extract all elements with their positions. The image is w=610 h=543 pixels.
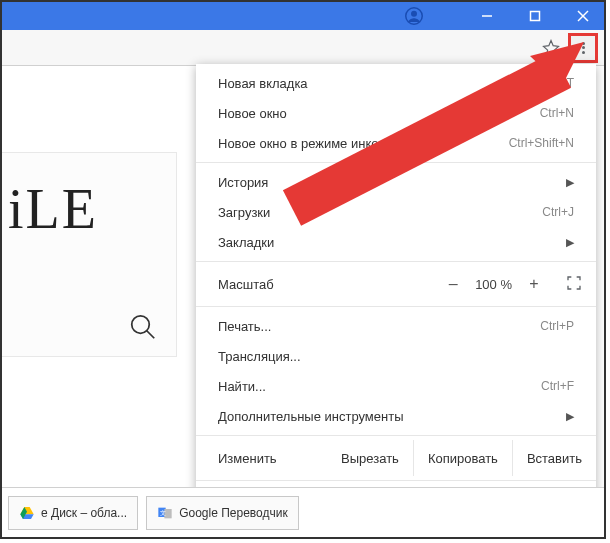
- menu-item[interactable]: Найти...Ctrl+F: [196, 371, 596, 401]
- more-menu-button[interactable]: [568, 33, 598, 63]
- chevron-right-icon: ▶: [566, 236, 574, 249]
- taskbar-item-label: е Диск – обла...: [41, 506, 127, 520]
- menu-item-label: Печать...: [218, 319, 540, 334]
- bookmark-star-icon[interactable]: [542, 39, 560, 57]
- drive-icon: [19, 505, 35, 521]
- menu-item-label: Найти...: [218, 379, 541, 394]
- chevron-right-icon: ▶: [566, 176, 574, 189]
- menu-item[interactable]: Закладки▶: [196, 227, 596, 257]
- maximize-button[interactable]: [520, 2, 550, 30]
- fullscreen-icon[interactable]: [566, 275, 582, 294]
- browser-toolbar: [2, 30, 604, 66]
- menu-edit-row: Изменить Вырезать Копировать Вставить: [196, 440, 596, 476]
- zoom-in-button[interactable]: +: [526, 275, 542, 293]
- zoom-value: 100 %: [475, 277, 512, 292]
- taskbar-item-label: Google Переводчик: [179, 506, 288, 520]
- menu-item-zoom: Масштаб – 100 % +: [196, 266, 596, 302]
- menu-item[interactable]: Новое окно в режиме инкогнитоCtrl+Shift+…: [196, 128, 596, 158]
- menu-separator: [196, 480, 596, 481]
- close-button[interactable]: [568, 2, 598, 30]
- menu-item-shortcut: Ctrl+P: [540, 319, 574, 333]
- menu-item[interactable]: Дополнительные инструменты▶: [196, 401, 596, 431]
- paste-button[interactable]: Вставить: [512, 440, 596, 476]
- taskbar: е Диск – обла... 文 Google Переводчик: [2, 487, 604, 537]
- menu-item[interactable]: Новая вкладкаCtrl+T: [196, 68, 596, 98]
- menu-item-shortcut: Ctrl+N: [540, 106, 574, 120]
- menu-separator: [196, 261, 596, 262]
- menu-item-label: Новая вкладка: [218, 76, 541, 91]
- minimize-button[interactable]: [472, 2, 502, 30]
- menu-item[interactable]: История▶: [196, 167, 596, 197]
- svg-point-1: [411, 11, 417, 17]
- menu-item-label: Трансляция...: [218, 349, 574, 364]
- svg-rect-3: [531, 12, 540, 21]
- window-titlebar: [2, 2, 604, 30]
- taskbar-item-drive[interactable]: е Диск – обла...: [8, 496, 138, 530]
- edit-label: Изменить: [196, 440, 291, 476]
- chevron-right-icon: ▶: [566, 410, 574, 423]
- taskbar-item-translate[interactable]: 文 Google Переводчик: [146, 496, 299, 530]
- menu-item[interactable]: Печать...Ctrl+P: [196, 311, 596, 341]
- menu-separator: [196, 162, 596, 163]
- profile-icon[interactable]: [404, 6, 424, 26]
- doodle-text: iLE: [8, 177, 98, 241]
- search-icon[interactable]: [128, 312, 158, 346]
- menu-item-label: История: [218, 175, 566, 190]
- svg-point-6: [132, 316, 150, 334]
- chrome-main-menu: Новая вкладкаCtrl+TНовое окноCtrl+NНовое…: [196, 64, 596, 539]
- menu-separator: [196, 306, 596, 307]
- menu-item-shortcut: Ctrl+J: [542, 205, 574, 219]
- menu-item-label: Дополнительные инструменты: [218, 409, 566, 424]
- doodle-panel: iLE: [2, 152, 177, 357]
- copy-button[interactable]: Копировать: [413, 440, 512, 476]
- svg-text:文: 文: [160, 509, 166, 516]
- translate-icon: 文: [157, 505, 173, 521]
- menu-item-label: Новое окно: [218, 106, 540, 121]
- menu-item-shortcut: Ctrl+Shift+N: [509, 136, 574, 150]
- menu-item-label: Новое окно в режиме инкогнито: [218, 136, 509, 151]
- menu-separator: [196, 435, 596, 436]
- menu-item-shortcut: Ctrl+F: [541, 379, 574, 393]
- zoom-out-button[interactable]: –: [445, 275, 461, 293]
- menu-item-label: Закладки: [218, 235, 566, 250]
- zoom-label: Масштаб: [218, 277, 445, 292]
- menu-item[interactable]: Трансляция...: [196, 341, 596, 371]
- cut-button[interactable]: Вырезать: [327, 440, 413, 476]
- svg-line-7: [147, 331, 155, 339]
- menu-item[interactable]: ЗагрузкиCtrl+J: [196, 197, 596, 227]
- menu-item-shortcut: Ctrl+T: [541, 76, 574, 90]
- menu-item-label: Загрузки: [218, 205, 542, 220]
- menu-item[interactable]: Новое окноCtrl+N: [196, 98, 596, 128]
